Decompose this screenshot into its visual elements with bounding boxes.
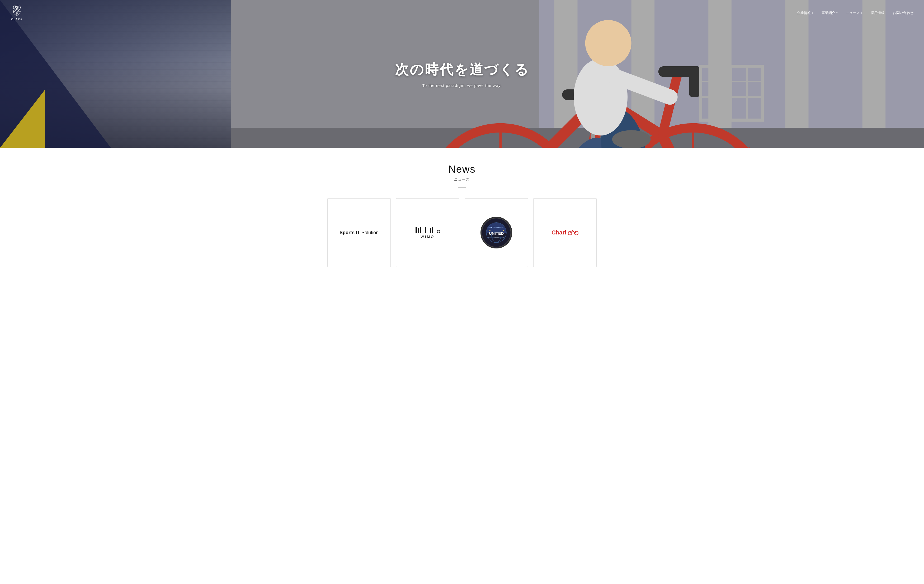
svg-text:★: ★ (489, 229, 491, 232)
svg-text:★: ★ (502, 229, 504, 232)
nav-business[interactable]: 事業紹介 ▾ (822, 11, 838, 15)
chevron-down-icon: ▾ (837, 12, 838, 14)
news-subtitle-jp: ニュース (11, 177, 913, 182)
tokyo-united-logo: TOKYO UNITED UNITED BASKETBALL CLUB ★ ★ (480, 217, 512, 248)
sports-it-logo-text: Sports IT Solution (340, 230, 379, 236)
news-title: News (11, 164, 913, 175)
hero-subtitle: To the next paradigm, we pave the way. (395, 83, 529, 87)
chari-name-text: Chari (551, 229, 566, 236)
chari-logo: Chari (551, 229, 578, 237)
news-card-chari[interactable]: Chari (533, 198, 597, 267)
hero-content: 次の時代を道づくる To the next paradigm, we pave … (395, 61, 529, 87)
chevron-down-icon: ▾ (812, 12, 813, 14)
news-divider (458, 187, 466, 188)
nav-company[interactable]: 企業情報 ▾ (797, 11, 813, 15)
wimo-name-text: WIMO (416, 235, 440, 239)
svg-point-51 (585, 20, 632, 66)
hero-title: 次の時代を道づくる (395, 61, 529, 79)
wimo-bar-2 (417, 228, 419, 233)
news-card-wimo[interactable]: WIMO (396, 198, 459, 267)
chari-bike-icon (568, 229, 578, 237)
wimo-bar-6 (432, 227, 433, 233)
logo-text: CLARA (11, 18, 22, 21)
svg-rect-4 (231, 128, 924, 148)
news-section: News ニュース Sports IT Solution (0, 148, 924, 277)
nav-news[interactable]: ニュース ▾ (846, 11, 862, 15)
nav-contact[interactable]: お問い合わせ (893, 11, 913, 15)
wimo-bar-4 (425, 227, 426, 233)
hero-overlay-gold (0, 90, 45, 148)
svg-rect-38 (689, 66, 700, 97)
news-card-sports-it[interactable]: Sports IT Solution (327, 198, 391, 267)
news-card-tokyo-united[interactable]: TOKYO UNITED UNITED BASKETBALL CLUB ★ ★ (465, 198, 528, 267)
logo[interactable]: CLARA (11, 5, 23, 21)
sports-it-logo: Sports IT Solution (340, 230, 379, 236)
svg-point-49 (612, 130, 651, 148)
wimo-bar-1 (416, 227, 417, 233)
svg-text:TOKYO UNITED: TOKYO UNITED (488, 226, 504, 228)
wimo-bar-5 (430, 228, 431, 233)
nav-recruit[interactable]: 採用情報 (871, 11, 884, 15)
wimo-bar-3 (420, 227, 421, 233)
main-nav: 企業情報 ▾ 事業紹介 ▾ ニュース ▾ 採用情報 お問い合わせ (797, 11, 913, 15)
svg-text:UNITED: UNITED (489, 231, 504, 236)
wimo-bars (416, 227, 440, 233)
site-header: CLARA 企業情報 ▾ 事業紹介 ▾ ニュース ▾ 採用情報 お問い合わせ (0, 0, 924, 26)
wimo-circle-icon (437, 230, 440, 233)
wimo-logo: WIMO (416, 227, 440, 239)
svg-text:BASKETBALL CLUB: BASKETBALL CLUB (488, 237, 504, 238)
news-cards-container: Sports IT Solution (11, 198, 913, 267)
chevron-down-icon: ▾ (861, 12, 862, 14)
